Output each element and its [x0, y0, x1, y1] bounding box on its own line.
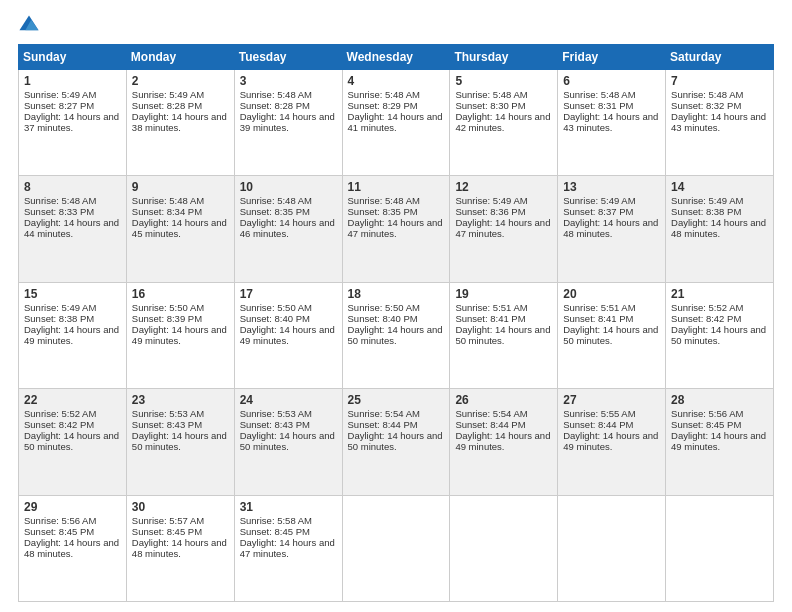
- sunrise-text: Sunrise: 5:54 AM: [455, 408, 527, 419]
- calendar-cell: 23Sunrise: 5:53 AMSunset: 8:43 PMDayligh…: [126, 389, 234, 495]
- day-number: 23: [132, 393, 229, 407]
- sunrise-text: Sunrise: 5:49 AM: [132, 89, 204, 100]
- calendar-cell: 21Sunrise: 5:52 AMSunset: 8:42 PMDayligh…: [666, 282, 774, 388]
- sunset-text: Sunset: 8:34 PM: [132, 206, 202, 217]
- calendar-cell: 20Sunrise: 5:51 AMSunset: 8:41 PMDayligh…: [558, 282, 666, 388]
- sunrise-text: Sunrise: 5:50 AM: [132, 302, 204, 313]
- sunset-text: Sunset: 8:45 PM: [24, 526, 94, 537]
- sunset-text: Sunset: 8:31 PM: [563, 100, 633, 111]
- sunset-text: Sunset: 8:38 PM: [24, 313, 94, 324]
- daylight-text: Daylight: 14 hours and 48 minutes.: [132, 537, 227, 559]
- calendar-cell: 27Sunrise: 5:55 AMSunset: 8:44 PMDayligh…: [558, 389, 666, 495]
- day-number: 3: [240, 74, 337, 88]
- sunrise-text: Sunrise: 5:51 AM: [455, 302, 527, 313]
- day-number: 27: [563, 393, 660, 407]
- daylight-text: Daylight: 14 hours and 47 minutes.: [240, 537, 335, 559]
- day-number: 14: [671, 180, 768, 194]
- calendar-cell: [558, 495, 666, 601]
- sunrise-text: Sunrise: 5:49 AM: [24, 89, 96, 100]
- calendar-cell: 8Sunrise: 5:48 AMSunset: 8:33 PMDaylight…: [19, 176, 127, 282]
- sunset-text: Sunset: 8:35 PM: [348, 206, 418, 217]
- daylight-text: Daylight: 14 hours and 42 minutes.: [455, 111, 550, 133]
- calendar-cell: 10Sunrise: 5:48 AMSunset: 8:35 PMDayligh…: [234, 176, 342, 282]
- sunset-text: Sunset: 8:43 PM: [132, 419, 202, 430]
- day-number: 7: [671, 74, 768, 88]
- sunrise-text: Sunrise: 5:58 AM: [240, 515, 312, 526]
- sunset-text: Sunset: 8:36 PM: [455, 206, 525, 217]
- day-number: 31: [240, 500, 337, 514]
- calendar-cell: 3Sunrise: 5:48 AMSunset: 8:28 PMDaylight…: [234, 70, 342, 176]
- daylight-text: Daylight: 14 hours and 50 minutes.: [455, 324, 550, 346]
- day-number: 12: [455, 180, 552, 194]
- sunrise-text: Sunrise: 5:48 AM: [671, 89, 743, 100]
- daylight-text: Daylight: 14 hours and 47 minutes.: [455, 217, 550, 239]
- day-header-monday: Monday: [126, 45, 234, 70]
- calendar-cell: 14Sunrise: 5:49 AMSunset: 8:38 PMDayligh…: [666, 176, 774, 282]
- sunset-text: Sunset: 8:37 PM: [563, 206, 633, 217]
- sunrise-text: Sunrise: 5:48 AM: [24, 195, 96, 206]
- sunset-text: Sunset: 8:40 PM: [348, 313, 418, 324]
- calendar-cell: 5Sunrise: 5:48 AMSunset: 8:30 PMDaylight…: [450, 70, 558, 176]
- sunrise-text: Sunrise: 5:49 AM: [24, 302, 96, 313]
- calendar-cell: 2Sunrise: 5:49 AMSunset: 8:28 PMDaylight…: [126, 70, 234, 176]
- day-header-wednesday: Wednesday: [342, 45, 450, 70]
- daylight-text: Daylight: 14 hours and 48 minutes.: [671, 217, 766, 239]
- calendar-header-row: SundayMondayTuesdayWednesdayThursdayFrid…: [19, 45, 774, 70]
- daylight-text: Daylight: 14 hours and 44 minutes.: [24, 217, 119, 239]
- sunset-text: Sunset: 8:41 PM: [563, 313, 633, 324]
- daylight-text: Daylight: 14 hours and 49 minutes.: [455, 430, 550, 452]
- daylight-text: Daylight: 14 hours and 50 minutes.: [348, 430, 443, 452]
- calendar-cell: [450, 495, 558, 601]
- day-number: 10: [240, 180, 337, 194]
- day-header-tuesday: Tuesday: [234, 45, 342, 70]
- calendar-cell: 24Sunrise: 5:53 AMSunset: 8:43 PMDayligh…: [234, 389, 342, 495]
- day-number: 24: [240, 393, 337, 407]
- day-header-saturday: Saturday: [666, 45, 774, 70]
- daylight-text: Daylight: 14 hours and 50 minutes.: [348, 324, 443, 346]
- daylight-text: Daylight: 14 hours and 46 minutes.: [240, 217, 335, 239]
- header: [18, 14, 774, 36]
- page: SundayMondayTuesdayWednesdayThursdayFrid…: [0, 0, 792, 612]
- day-number: 8: [24, 180, 121, 194]
- sunrise-text: Sunrise: 5:52 AM: [24, 408, 96, 419]
- day-number: 22: [24, 393, 121, 407]
- calendar-cell: 31Sunrise: 5:58 AMSunset: 8:45 PMDayligh…: [234, 495, 342, 601]
- calendar-week-3: 15Sunrise: 5:49 AMSunset: 8:38 PMDayligh…: [19, 282, 774, 388]
- sunrise-text: Sunrise: 5:49 AM: [563, 195, 635, 206]
- day-number: 1: [24, 74, 121, 88]
- day-number: 25: [348, 393, 445, 407]
- day-header-thursday: Thursday: [450, 45, 558, 70]
- sunset-text: Sunset: 8:45 PM: [132, 526, 202, 537]
- sunset-text: Sunset: 8:42 PM: [24, 419, 94, 430]
- sunrise-text: Sunrise: 5:53 AM: [132, 408, 204, 419]
- daylight-text: Daylight: 14 hours and 50 minutes.: [240, 430, 335, 452]
- calendar-cell: 22Sunrise: 5:52 AMSunset: 8:42 PMDayligh…: [19, 389, 127, 495]
- daylight-text: Daylight: 14 hours and 39 minutes.: [240, 111, 335, 133]
- day-number: 28: [671, 393, 768, 407]
- day-number: 26: [455, 393, 552, 407]
- daylight-text: Daylight: 14 hours and 50 minutes.: [671, 324, 766, 346]
- calendar-cell: 9Sunrise: 5:48 AMSunset: 8:34 PMDaylight…: [126, 176, 234, 282]
- sunrise-text: Sunrise: 5:53 AM: [240, 408, 312, 419]
- day-header-sunday: Sunday: [19, 45, 127, 70]
- daylight-text: Daylight: 14 hours and 49 minutes.: [563, 430, 658, 452]
- sunrise-text: Sunrise: 5:48 AM: [455, 89, 527, 100]
- day-number: 9: [132, 180, 229, 194]
- calendar-cell: 13Sunrise: 5:49 AMSunset: 8:37 PMDayligh…: [558, 176, 666, 282]
- sunrise-text: Sunrise: 5:52 AM: [671, 302, 743, 313]
- calendar-cell: 6Sunrise: 5:48 AMSunset: 8:31 PMDaylight…: [558, 70, 666, 176]
- calendar-cell: [666, 495, 774, 601]
- calendar-cell: 15Sunrise: 5:49 AMSunset: 8:38 PMDayligh…: [19, 282, 127, 388]
- calendar-cell: 7Sunrise: 5:48 AMSunset: 8:32 PMDaylight…: [666, 70, 774, 176]
- day-number: 17: [240, 287, 337, 301]
- sunset-text: Sunset: 8:44 PM: [563, 419, 633, 430]
- sunset-text: Sunset: 8:44 PM: [348, 419, 418, 430]
- sunset-text: Sunset: 8:33 PM: [24, 206, 94, 217]
- calendar-body: 1Sunrise: 5:49 AMSunset: 8:27 PMDaylight…: [19, 70, 774, 602]
- calendar-cell: 18Sunrise: 5:50 AMSunset: 8:40 PMDayligh…: [342, 282, 450, 388]
- sunset-text: Sunset: 8:29 PM: [348, 100, 418, 111]
- calendar-cell: 29Sunrise: 5:56 AMSunset: 8:45 PMDayligh…: [19, 495, 127, 601]
- daylight-text: Daylight: 14 hours and 49 minutes.: [24, 324, 119, 346]
- sunrise-text: Sunrise: 5:50 AM: [240, 302, 312, 313]
- sunset-text: Sunset: 8:42 PM: [671, 313, 741, 324]
